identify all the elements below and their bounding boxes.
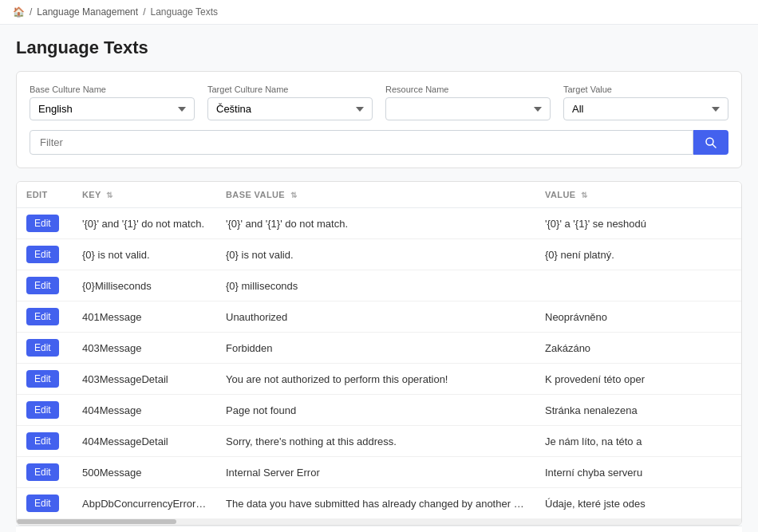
key-sort-icon: ⇅ bbox=[106, 191, 113, 199]
search-icon bbox=[705, 136, 717, 149]
pagination-bar: Show 10 25 50 100 entries Showing 1 to 1… bbox=[16, 526, 742, 532]
target-culture-select[interactable]: Čeština English German bbox=[207, 97, 373, 120]
col-header-edit: EDIT bbox=[17, 182, 73, 208]
edit-button[interactable]: Edit bbox=[26, 215, 59, 232]
breadcrumb-sep: / bbox=[30, 6, 32, 18]
cell-key: 403MessageDetail bbox=[73, 364, 216, 395]
edit-button[interactable]: Edit bbox=[26, 463, 59, 481]
cell-value: {0} není platný. bbox=[535, 239, 741, 270]
base-culture-label: Base Culture Name bbox=[30, 85, 195, 94]
cell-base-value: The data you have submitted has already … bbox=[216, 488, 535, 519]
cell-value: Neoprávněno bbox=[535, 301, 741, 333]
table-header-row: EDIT KEY ⇅ BASE VALUE ⇅ VALUE ⇅ bbox=[17, 182, 741, 208]
cell-key: {0}Milliseconds bbox=[73, 270, 216, 301]
cell-base-value: Sorry, there's nothing at this address. bbox=[216, 426, 535, 457]
cell-edit: Edit bbox=[17, 270, 73, 301]
table-card: EDIT KEY ⇅ BASE VALUE ⇅ VALUE ⇅ Edit '{0… bbox=[16, 181, 742, 526]
edit-button[interactable]: Edit bbox=[26, 339, 59, 357]
cell-edit: Edit bbox=[17, 426, 73, 457]
col-header-value[interactable]: VALUE ⇅ bbox=[535, 182, 741, 208]
cell-base-value: Forbidden bbox=[216, 333, 535, 364]
base-culture-group: Base Culture Name English German French bbox=[30, 85, 195, 120]
cell-edit: Edit bbox=[17, 457, 73, 488]
target-culture-label: Target Culture Name bbox=[207, 85, 373, 94]
table-row: Edit '{0}' and '{1}' do not match. '{0}'… bbox=[17, 208, 741, 239]
cell-base-value: Unauthorized bbox=[216, 301, 535, 333]
cell-edit: Edit bbox=[17, 301, 73, 333]
cell-value: Stránka nenalezena bbox=[535, 395, 741, 426]
search-input[interactable] bbox=[30, 130, 693, 155]
edit-button[interactable]: Edit bbox=[26, 432, 59, 450]
resource-name-select[interactable] bbox=[385, 97, 551, 120]
edit-button[interactable]: Edit bbox=[26, 308, 59, 325]
table-row: Edit 403MessageDetail You are not author… bbox=[17, 364, 741, 395]
cell-edit: Edit bbox=[17, 239, 73, 270]
edit-button[interactable]: Edit bbox=[26, 495, 59, 512]
edit-button[interactable]: Edit bbox=[26, 277, 59, 294]
breadcrumb-sep2: / bbox=[143, 6, 145, 18]
target-value-select[interactable]: All Translated Untranslated bbox=[563, 97, 728, 120]
cell-key: 403Message bbox=[73, 333, 216, 364]
home-icon[interactable]: 🏠 bbox=[13, 6, 25, 18]
table-row: Edit 404Message Page not found Stránka n… bbox=[17, 395, 741, 426]
cell-value bbox=[535, 270, 741, 301]
filter-card: Base Culture Name English German French … bbox=[16, 71, 742, 168]
table-row: Edit 500Message Internal Server Error In… bbox=[17, 457, 741, 488]
base-sort-icon: ⇅ bbox=[290, 191, 297, 199]
breadcrumb: 🏠 / Language Management / Language Texts bbox=[0, 0, 758, 25]
table-row: Edit AbpDbConcurrencyErrorMessage The da… bbox=[17, 488, 741, 519]
cell-key: 404MessageDetail bbox=[73, 426, 216, 457]
cell-value: Interní chyba serveru bbox=[535, 457, 741, 488]
value-sort-icon: ⇅ bbox=[581, 191, 587, 199]
search-row bbox=[30, 130, 728, 155]
target-culture-group: Target Culture Name Čeština English Germ… bbox=[207, 85, 373, 120]
cell-edit: Edit bbox=[17, 364, 73, 395]
cell-edit: Edit bbox=[17, 208, 73, 239]
cell-value: Zakázáno bbox=[535, 333, 741, 364]
breadcrumb-language-management[interactable]: Language Management bbox=[37, 6, 138, 18]
data-table: EDIT KEY ⇅ BASE VALUE ⇅ VALUE ⇅ Edit '{0… bbox=[17, 182, 741, 518]
search-button[interactable] bbox=[693, 130, 728, 155]
cell-base-value: {0} milliseconds bbox=[216, 270, 535, 301]
edit-button[interactable]: Edit bbox=[26, 246, 59, 263]
cell-key: AbpDbConcurrencyErrorMessage bbox=[73, 488, 216, 519]
cell-edit: Edit bbox=[17, 395, 73, 426]
cell-value: K provedení této oper bbox=[535, 364, 741, 395]
cell-key: 404Message bbox=[73, 395, 216, 426]
cell-edit: Edit bbox=[17, 488, 73, 519]
page-title: Language Texts bbox=[16, 37, 742, 58]
base-culture-select[interactable]: English German French bbox=[30, 97, 195, 120]
table-row: Edit {0}Milliseconds {0} milliseconds bbox=[17, 270, 741, 301]
target-value-label: Target Value bbox=[563, 85, 728, 94]
table-row: Edit 404MessageDetail Sorry, there's not… bbox=[17, 426, 741, 457]
edit-button[interactable]: Edit bbox=[26, 370, 59, 388]
cell-base-value: Page not found bbox=[216, 395, 535, 426]
cell-value: '{0}' a '{1}' se neshodú bbox=[535, 208, 741, 239]
cell-value: Je nám líto, na této a bbox=[535, 426, 741, 457]
cell-key: 500Message bbox=[73, 457, 216, 488]
cell-base-value: You are not authorized to perform this o… bbox=[216, 364, 535, 395]
table-row: Edit 403Message Forbidden Zakázáno bbox=[17, 333, 741, 364]
cell-key: {0} is not valid. bbox=[73, 239, 216, 270]
resource-name-group: Resource Name bbox=[385, 85, 551, 120]
svg-line-1 bbox=[713, 144, 716, 148]
cell-edit: Edit bbox=[17, 333, 73, 364]
edit-button[interactable]: Edit bbox=[26, 401, 59, 419]
cell-value: Údaje, které jste odes bbox=[535, 488, 741, 519]
scrollbar-thumb[interactable] bbox=[17, 519, 176, 524]
breadcrumb-current: Language Texts bbox=[150, 6, 218, 18]
cell-base-value: {0} is not valid. bbox=[216, 239, 535, 270]
resource-name-label: Resource Name bbox=[385, 85, 551, 94]
cell-base-value: '{0}' and '{1}' do not match. bbox=[216, 208, 535, 239]
cell-key: '{0}' and '{1}' do not match. bbox=[73, 208, 216, 239]
col-header-key[interactable]: KEY ⇅ bbox=[73, 182, 216, 208]
target-value-group: Target Value All Translated Untranslated bbox=[563, 85, 728, 120]
cell-base-value: Internal Server Error bbox=[216, 457, 535, 488]
horizontal-scrollbar[interactable] bbox=[17, 518, 741, 525]
table-row: Edit 401Message Unauthorized Neoprávněno bbox=[17, 301, 741, 333]
col-header-base-value[interactable]: BASE VALUE ⇅ bbox=[216, 182, 535, 208]
cell-key: 401Message bbox=[73, 301, 216, 333]
table-row: Edit {0} is not valid. {0} is not valid.… bbox=[17, 239, 741, 270]
